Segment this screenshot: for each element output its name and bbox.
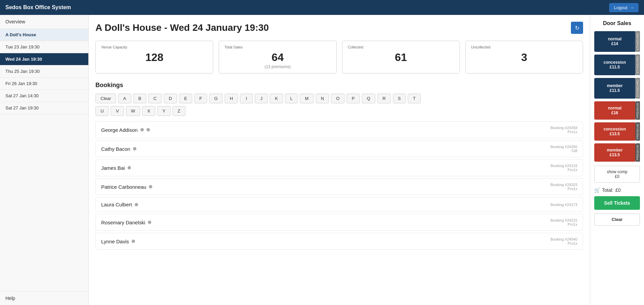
logout-button[interactable]: Logout → xyxy=(609,3,639,12)
filter-btn-S[interactable]: S xyxy=(393,94,406,103)
booking-ref: Booking #24215 xyxy=(550,218,577,222)
booking-sub: Pro1x xyxy=(550,168,577,172)
bookings-title: Bookings xyxy=(95,82,583,89)
filter-btn-N[interactable]: N xyxy=(316,94,329,103)
booking-ref: Booking #24216 xyxy=(550,164,577,168)
filter-clear-button[interactable]: Clear xyxy=(95,94,116,103)
sidebar-item-fri26[interactable]: Fri 26 Jan 19:30 xyxy=(0,78,88,90)
booking-dot-2 xyxy=(147,128,150,131)
show-comp-button[interactable]: show comp £0 xyxy=(594,166,640,183)
filter-btn-O[interactable]: O xyxy=(331,94,345,103)
sidebar-show-title: A Doll's House xyxy=(0,29,88,41)
filter-btn-L[interactable]: L xyxy=(285,94,298,103)
main-layout: Overview A Doll's House Tue 23 Jan 19:30… xyxy=(0,15,644,305)
sidebar-item-tue23[interactable]: Tue 23 Jan 19:30 xyxy=(0,41,88,53)
filter-btn-Y[interactable]: Y xyxy=(157,106,171,116)
ticket-concession-standard-button[interactable]: concession £11.5 xyxy=(594,55,635,75)
stat-total-sales: Total Sales 64 (13 premiums) xyxy=(219,41,336,74)
booking-name-text: Laura Culbert xyxy=(101,202,132,207)
table-row[interactable]: Lynne Davis Booking #24540 Pro1x xyxy=(95,233,583,250)
ticket-normal-premium-button[interactable]: normal £16 xyxy=(594,101,635,120)
ticket-concession-standard-wrapper: concession £11.5 STANDARD xyxy=(594,55,640,75)
booking-name-text: Patrice Carbonneau xyxy=(101,184,146,190)
table-row[interactable]: Cathy Bacon Booking #24260 Gift xyxy=(95,140,583,157)
collected-value: 61 xyxy=(348,51,454,64)
booking-sub: Pro1x xyxy=(550,187,577,191)
booking-dot xyxy=(133,147,136,150)
booking-ref: Booking #24268 xyxy=(550,126,577,130)
ticket-tag-premium: PREMIUM xyxy=(635,101,640,120)
sidebar-item-help[interactable]: Help xyxy=(0,291,88,305)
filter-btn-F[interactable]: F xyxy=(194,94,207,103)
filter-btn-D[interactable]: D xyxy=(164,94,177,103)
filter-btn-J[interactable]: J xyxy=(255,94,268,103)
table-row[interactable]: Rosemary Danelski Booking #24215 Pro1x xyxy=(95,214,583,231)
filter-btn-Q[interactable]: Q xyxy=(362,94,375,103)
filter-btn-R[interactable]: R xyxy=(377,94,391,103)
navbar: Sedos Box Office System Logout → xyxy=(0,0,644,15)
total-value: £0 xyxy=(615,187,621,193)
clear-door-button[interactable]: Clear xyxy=(594,213,640,226)
booking-name-text: George Addison xyxy=(101,127,138,133)
table-row[interactable]: Patrice Carbonneau Booking #24203 Pro1x xyxy=(95,178,583,195)
booking-name-text: James Bai xyxy=(101,165,125,171)
filter-btn-X[interactable]: X xyxy=(142,106,155,116)
table-row[interactable]: James Bai Booking #24216 Pro1x xyxy=(95,159,583,176)
booking-ref: Booking #24203 xyxy=(550,183,577,187)
refresh-button[interactable]: ↻ xyxy=(571,22,583,34)
bookings-section: Bookings Clear A B C D E F G H I J K L M… xyxy=(95,82,583,250)
filter-btn-A[interactable]: A xyxy=(118,94,131,103)
filter-btn-Z[interactable]: Z xyxy=(173,106,185,116)
filter-btn-V[interactable]: V xyxy=(111,106,124,116)
filter-btn-G[interactable]: G xyxy=(209,94,223,103)
venue-capacity-label: Venue Capacity xyxy=(101,45,207,49)
booking-dot xyxy=(135,203,138,206)
booking-sub: Gift xyxy=(550,149,577,153)
filter-btn-K[interactable]: K xyxy=(270,94,283,103)
ticket-concession-premium-button[interactable]: concession £13.5 xyxy=(594,122,635,141)
booking-name-text: Lynne Davis xyxy=(101,239,129,244)
total-label: Total: xyxy=(602,187,613,193)
table-row[interactable]: Laura Culbert Booking #24173 xyxy=(95,197,583,212)
filter-btn-U[interactable]: U xyxy=(95,106,109,116)
total-sales-label: Total Sales xyxy=(224,45,331,49)
booking-name-text: Rosemary Danelski xyxy=(101,220,145,225)
stat-venue-capacity: Venue Capacity 128 xyxy=(95,41,213,74)
filter-btn-M[interactable]: M xyxy=(300,94,314,103)
filter-btn-I[interactable]: I xyxy=(240,94,253,103)
filter-btn-P[interactable]: P xyxy=(347,94,360,103)
main-content: A Doll's House - Wed 24 January 19:30 ↻ … xyxy=(89,15,590,305)
booking-ref: Booking #24540 xyxy=(550,237,577,241)
booking-sub: Pro1x xyxy=(550,222,577,226)
page-header: A Doll's House - Wed 24 January 19:30 ↻ xyxy=(95,22,583,34)
booking-sub: Pro1x xyxy=(550,241,577,245)
sidebar-item-sat27-1930[interactable]: Sat 27 Jan 19:30 xyxy=(0,102,88,114)
sidebar: Overview A Doll's House Tue 23 Jan 19:30… xyxy=(0,15,89,305)
uncollected-value: 3 xyxy=(471,51,577,64)
sidebar-item-overview[interactable]: Overview xyxy=(0,15,88,29)
ticket-normal-standard-button[interactable]: normal £14 xyxy=(594,31,635,52)
booking-dot xyxy=(149,185,152,188)
sell-tickets-button[interactable]: Sell Tickets xyxy=(594,196,640,210)
filter-btn-C[interactable]: C xyxy=(148,94,161,103)
filter-btn-B[interactable]: B xyxy=(133,94,147,103)
ticket-member-standard-wrapper: member £11.5 STANDARD xyxy=(594,78,640,99)
filter-btn-T[interactable]: T xyxy=(408,94,421,103)
sidebar-item-thu25[interactable]: Thu 25 Jan 19:30 xyxy=(0,65,88,78)
sidebar-item-wed24[interactable]: Wed 24 Jan 19:30 xyxy=(0,53,88,65)
booking-dot xyxy=(128,166,131,169)
filter-btn-H[interactable]: H xyxy=(225,94,238,103)
stats-row: Venue Capacity 128 Total Sales 64 (13 pr… xyxy=(95,41,583,74)
total-sales-value: 64 xyxy=(224,51,331,64)
filter-btn-E[interactable]: E xyxy=(179,94,192,103)
table-row[interactable]: George Addison Booking #24268 Pro1x xyxy=(95,121,583,138)
ticket-tag-standard-3: STANDARD xyxy=(635,78,640,99)
sidebar-item-sat27-1430[interactable]: Sat 27 Jan 14:30 xyxy=(0,90,88,102)
ticket-member-standard-button[interactable]: member £11.5 xyxy=(594,78,635,99)
ticket-member-premium-button[interactable]: member £13.5 xyxy=(594,143,635,162)
page-title: A Doll's House - Wed 24 January 19:30 xyxy=(95,22,269,33)
filter-btn-W[interactable]: W xyxy=(126,106,140,116)
total-sales-sub: (13 premiums) xyxy=(224,64,331,69)
booking-list: George Addison Booking #24268 Pro1x Cath… xyxy=(95,121,583,250)
filter-row-1: Clear A B C D E F G H I J K L M N O P Q … xyxy=(95,94,583,103)
